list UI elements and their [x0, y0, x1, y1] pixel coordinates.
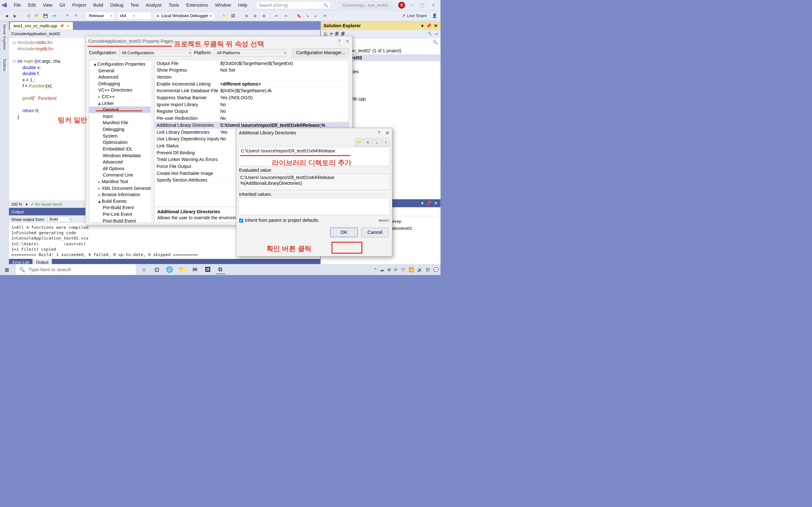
tray-icon[interactable]: 🛡 [401, 267, 405, 272]
solution-platform-combo[interactable]: x64▾ [117, 12, 152, 20]
directory-entry[interactable]: C:\Users\ \source\repos\Dll_test01\x64\R… [240, 148, 388, 154]
property-grid-row[interactable]: Enable Incremental Linking<different opt… [154, 80, 349, 88]
property-tree-node[interactable]: Pre-Link Event [89, 211, 151, 218]
property-tree-node[interactable]: System [89, 132, 151, 139]
menu-test[interactable]: Test [128, 1, 142, 9]
property-tree-node[interactable]: Embedded IDL [89, 146, 151, 152]
toolbox-tab[interactable]: Toolbox [1, 57, 8, 73]
tb-icon[interactable]: 🗐 [335, 32, 339, 36]
config-combo[interactable]: All Configurations [119, 49, 192, 56]
property-tree-node[interactable]: Advanced [89, 159, 151, 165]
menu-debug[interactable]: Debug [107, 1, 126, 9]
property-tree-node[interactable]: Advanced [89, 74, 151, 80]
maximize-icon[interactable]: ▢ [420, 3, 425, 8]
property-tree-node[interactable]: General [89, 67, 151, 74]
property-grid-row[interactable]: Per-user RedirectionNo [154, 115, 349, 122]
solution-config-combo[interactable]: Release▾ [86, 12, 115, 20]
tab-close-icon[interactable]: ✕ [67, 24, 69, 28]
tb-icon[interactable]: ▭ [435, 32, 438, 36]
directories-list[interactable]: C:\Users\ \source\repos\Dll_test01\x64\R… [239, 147, 390, 166]
tray-icon[interactable]: 한 [426, 267, 430, 273]
indent-icon[interactable]: ⇥ [283, 13, 289, 19]
photos-icon[interactable]: 🖼 [203, 265, 212, 274]
menu-analyze[interactable]: Analyze [143, 1, 165, 9]
outdent-icon[interactable]: ⇤ [274, 13, 280, 19]
property-tree-node[interactable]: Debugging [89, 80, 151, 87]
property-tree-node[interactable]: General [89, 107, 151, 113]
property-tree-node[interactable]: Debugging [89, 126, 151, 133]
system-tray[interactable]: ^ ☁ ⊗ ⟳ 🛡 📶 🔊 한 💬 [374, 267, 439, 273]
menu-edit[interactable]: Edit [25, 1, 39, 9]
tray-icon[interactable]: 🔊 [417, 267, 422, 272]
property-tree-node[interactable]: Pre-Build Event [89, 205, 151, 211]
menu-git[interactable]: Git [56, 1, 68, 9]
property-tree-node[interactable]: ▹ Browse Information [89, 191, 151, 198]
start-button[interactable]: ⊞ [2, 264, 12, 275]
ok-button[interactable]: OK [330, 228, 358, 237]
edge-icon[interactable]: 🌐 [165, 265, 174, 274]
tray-icon[interactable]: ⊗ [387, 267, 391, 272]
home-icon[interactable]: 🏠 [323, 32, 328, 36]
panel-controls[interactable]: ▾ 📌 ✕ [421, 23, 438, 29]
config-manager-button[interactable]: Configuration Manager... [293, 48, 349, 57]
tray-icon[interactable]: 📶 [409, 267, 414, 272]
refresh-icon[interactable]: ⟳ [330, 32, 333, 36]
menu-window[interactable]: Window [212, 1, 235, 9]
server-explorer-tab[interactable]: Server Explorer [1, 22, 8, 52]
close-icon[interactable]: ✕ [432, 3, 436, 8]
property-grid-row[interactable]: Output File$(OutDir)$(TargetName)$(Targe… [154, 60, 349, 67]
property-tree-node[interactable]: Optimization [89, 139, 151, 146]
tb-icon[interactable]: ≣ [243, 13, 250, 19]
property-tree[interactable]: ▴ Configuration PropertiesGeneralAdvance… [89, 60, 151, 223]
property-tree-node[interactable]: Command Line [89, 172, 151, 178]
menu-view[interactable]: View [40, 1, 55, 9]
bookmark-icon[interactable]: 🔖 [296, 13, 302, 19]
property-grid-row[interactable]: Ignore Import LibraryNo [154, 101, 349, 108]
property-tree-node[interactable]: Manifest File [89, 119, 151, 126]
user-avatar[interactable]: S [398, 2, 405, 9]
subdialog-close-icon[interactable]: ✕ [386, 130, 389, 135]
zoom-combo[interactable]: 100 % [11, 202, 22, 207]
menu-extensions[interactable]: Extensions [183, 1, 211, 9]
property-tree-node[interactable]: ▴ Build Events [89, 198, 151, 205]
help-icon[interactable]: ? [377, 130, 380, 135]
tb-icon[interactable]: ≣ [261, 13, 267, 19]
menu-file[interactable]: File [11, 1, 24, 9]
quick-launch[interactable]: 🔍 [256, 1, 330, 9]
explorer-icon[interactable]: 📁 [177, 265, 187, 274]
property-tree-node[interactable]: Post-Build Event [89, 217, 151, 222]
property-grid-row[interactable]: Incremental Link Database File$(IntDir)$… [154, 88, 349, 95]
menu-help[interactable]: Help [235, 1, 251, 9]
tb-icon[interactable]: 🖼 [230, 13, 237, 19]
property-tree-node[interactable]: ▹ Manifest Tool [89, 178, 151, 185]
menu-project[interactable]: Project [69, 1, 89, 9]
dialog-close-icon[interactable]: ✕ [346, 38, 350, 44]
start-debug-button[interactable]: ▶Local Windows Debugger▾ [154, 12, 214, 20]
output-from-combo[interactable]: Build [47, 216, 71, 222]
nav-back-icon[interactable]: ◀ [3, 13, 10, 19]
property-grid-row[interactable]: Suppress Startup BannerYes (/NOLOGO) [154, 95, 349, 101]
nav-fwd-icon[interactable]: ▶ [12, 13, 18, 19]
tray-icon[interactable]: ^ [374, 267, 376, 272]
property-tree-node[interactable]: Input [89, 113, 151, 119]
vs-taskbar-icon[interactable]: ⧉ [216, 265, 225, 274]
cortana-icon[interactable]: ○ [139, 265, 148, 274]
live-share-button[interactable]: ↗ Live Share 👤 [402, 13, 437, 18]
task-view-icon[interactable]: ⊡ [152, 265, 161, 274]
property-tree-node[interactable]: ▹ XML Document Generator [89, 185, 151, 191]
context-project[interactable]: ConsoleApplication_test02 [11, 32, 60, 36]
move-down-icon[interactable]: ↓ [373, 138, 381, 147]
save-all-icon[interactable]: 🗃 [51, 13, 57, 19]
wrench-icon[interactable]: 🔧 [428, 32, 433, 36]
property-grid-row[interactable]: Register OutputNo [154, 108, 349, 115]
save-icon[interactable]: 💾 [43, 13, 49, 19]
property-tree-node[interactable]: Windows Metadata [89, 152, 151, 159]
tb-icon[interactable]: 📁 [221, 13, 228, 19]
macros-button[interactable]: Macros>> [378, 219, 389, 222]
quick-launch-input[interactable] [259, 3, 323, 7]
property-tree-node[interactable]: ▴ Configuration Properties [89, 61, 151, 67]
menu-build[interactable]: Build [90, 1, 106, 9]
inherit-checkbox[interactable] [239, 218, 243, 222]
property-grid-row[interactable]: Version [154, 74, 349, 81]
move-up-icon[interactable]: ↑ [382, 138, 390, 147]
